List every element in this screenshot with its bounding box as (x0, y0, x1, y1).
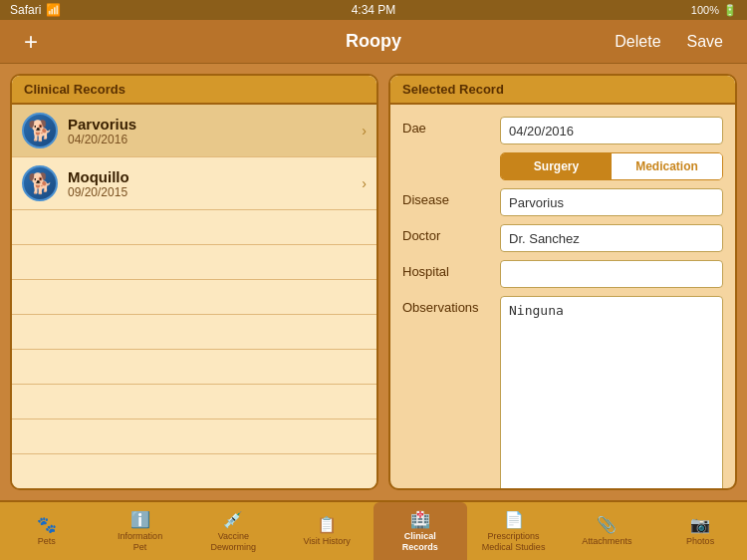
avatar: 🐕 (22, 165, 58, 201)
info-icon: ℹ️ (130, 510, 150, 529)
left-panel-header: Clinical Records (12, 76, 376, 105)
dae-label: Dae (402, 117, 492, 136)
empty-row (12, 350, 376, 385)
safari-label: Safari (10, 3, 41, 17)
empty-row (12, 280, 376, 315)
hospital-label: Hospital (402, 260, 492, 279)
photos-icon: 📷 (690, 515, 710, 534)
nav-bar: + Roopy Delete Save (0, 20, 747, 64)
add-button[interactable]: + (16, 24, 46, 60)
tab-info-pet[interactable]: ℹ️ InformationPet (94, 502, 187, 560)
battery-percent: 100% (691, 4, 719, 16)
right-panel-header: Selected Record (390, 76, 735, 105)
clinical-label: ClinicalRecords (402, 531, 438, 553)
hospital-row: Hospital (402, 260, 723, 288)
empty-row (12, 315, 376, 350)
prescriptions-icon: 📄 (504, 510, 524, 529)
empty-row (12, 420, 376, 454)
doctor-label: Doctor (402, 224, 492, 243)
medication-tab[interactable]: Medication (612, 153, 722, 179)
avatar: 🐕 (22, 113, 58, 148)
app-title: Roopy (346, 31, 401, 52)
pets-icon: 🐾 (37, 515, 57, 534)
battery-icon: 🔋 (723, 4, 737, 17)
empty-row (12, 245, 376, 280)
tab-clinical[interactable]: 🏥 ClinicalRecords (374, 502, 467, 560)
dog-icon: 🐕 (28, 119, 53, 142)
status-right: 100% 🔋 (691, 4, 737, 17)
visit-label: Visit History (303, 536, 350, 547)
tab-prescriptions[interactable]: 📄 PrescriptionsMedical Studies (467, 502, 561, 560)
record-date: 04/20/2016 (68, 133, 362, 146)
record-date: 09/20/2015 (68, 185, 362, 199)
dog-icon: 🐕 (28, 171, 53, 195)
chevron-right-icon: › (362, 123, 367, 139)
observations-label: Observations (402, 296, 492, 315)
hospital-input[interactable] (500, 260, 723, 288)
visit-icon: 📋 (317, 515, 337, 534)
vaccine-label: VaccineDeworming (211, 531, 257, 553)
tab-visit[interactable]: 📋 Visit History (280, 502, 374, 560)
tab-vaccine[interactable]: 💉 VaccineDeworming (187, 502, 281, 560)
record-name: Moquillo (68, 168, 362, 185)
vaccine-icon: 💉 (223, 510, 243, 529)
attachments-icon: 📎 (597, 515, 617, 534)
chevron-right-icon: › (362, 175, 367, 191)
save-button[interactable]: Save (679, 29, 731, 55)
records-list: 🐕 Parvorius 04/20/2016 › 🐕 Moquillo 09/2… (12, 105, 376, 488)
tab-pets[interactable]: 🐾 Pets (0, 502, 94, 560)
empty-row (12, 454, 376, 488)
empty-row (12, 385, 376, 420)
status-time: 4:34 PM (352, 3, 396, 17)
toggle-row: Surgery Medication (402, 152, 723, 180)
status-left: Safari 📶 (10, 3, 61, 17)
empty-row (12, 210, 376, 245)
dae-input[interactable] (500, 117, 723, 144)
record-item[interactable]: 🐕 Moquillo 09/20/2015 › (12, 157, 376, 210)
right-panel: Selected Record Dae Surgery Medication D… (388, 74, 737, 490)
prescriptions-label: PrescriptionsMedical Studies (482, 531, 546, 553)
right-panel-content: Dae Surgery Medication Disease Doctor (390, 105, 735, 490)
disease-label: Disease (402, 188, 492, 207)
tab-photos[interactable]: 📷 Photos (653, 502, 747, 560)
wifi-icon: 📶 (46, 3, 61, 17)
surgery-tab[interactable]: Surgery (501, 153, 612, 179)
observations-textarea[interactable]: Ninguna (500, 296, 723, 490)
dae-row: Dae (402, 117, 723, 144)
pets-label: Pets (38, 536, 56, 547)
record-info: Moquillo 09/20/2015 (68, 168, 362, 199)
record-name: Parvorius (68, 116, 362, 133)
status-bar: Safari 📶 4:34 PM 100% 🔋 (0, 0, 747, 20)
tab-bar: 🐾 Pets ℹ️ InformationPet 💉 VaccineDeworm… (0, 500, 747, 560)
doctor-row: Doctor (402, 224, 723, 252)
attachments-label: Attachments (582, 536, 631, 547)
doctor-input[interactable] (500, 224, 723, 252)
record-info: Parvorius 04/20/2016 (68, 116, 362, 146)
clinical-icon: 🏥 (410, 510, 430, 529)
observations-row: Observations Ninguna (402, 296, 723, 490)
tab-attachments[interactable]: 📎 Attachments (561, 502, 654, 560)
segment-control: Surgery Medication (500, 152, 723, 180)
main-content: Clinical Records 🐕 Parvorius 04/20/2016 … (0, 64, 747, 500)
info-label: InformationPet (118, 531, 162, 553)
record-item[interactable]: 🐕 Parvorius 04/20/2016 › (12, 105, 376, 157)
disease-row: Disease (402, 188, 723, 216)
left-panel: Clinical Records 🐕 Parvorius 04/20/2016 … (10, 74, 378, 490)
disease-input[interactable] (500, 188, 723, 216)
photos-label: Photos (686, 536, 714, 547)
delete-button[interactable]: Delete (607, 29, 668, 55)
